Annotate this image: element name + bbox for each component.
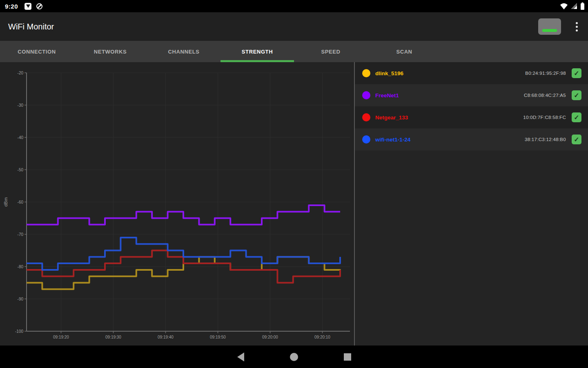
network-ssid: Netgear_133	[375, 114, 408, 121]
network-list: dlink_5196 B0:24:91:95:2F:98 ✓ FreeNet1 …	[355, 62, 588, 346]
network-checkbox[interactable]: ✓	[572, 90, 581, 100]
network-color-dot	[362, 135, 370, 144]
svg-text:-70: -70	[18, 232, 24, 237]
network-row[interactable]: wifi-net1-1-24 38:17:C3:12:48:B0 ✓	[355, 128, 588, 150]
svg-text:-20: -20	[18, 71, 24, 75]
network-mac: B0:24:91:95:2F:98	[525, 71, 566, 76]
tab-strength[interactable]: STRENGTH	[220, 41, 294, 62]
svg-text:09:20:10: 09:20:10	[314, 335, 330, 339]
svg-text:-100: -100	[15, 329, 23, 334]
back-icon[interactable]	[237, 352, 244, 361]
network-color-dot	[362, 91, 370, 99]
tab-connection[interactable]: CONNECTION	[0, 41, 74, 62]
recents-icon[interactable]	[344, 353, 351, 361]
svg-text:09:19:50: 09:19:50	[210, 335, 226, 339]
tab-scan[interactable]: SCAN	[368, 41, 441, 62]
svg-text:09:19:30: 09:19:30	[105, 335, 121, 339]
data-saver-icon	[36, 3, 42, 9]
cell-signal-icon	[570, 2, 578, 10]
network-mac: 10:0D:7F:C8:58:FC	[523, 115, 566, 120]
overflow-menu-icon[interactable]	[572, 20, 581, 34]
network-color-dot	[362, 69, 370, 77]
status-time: 9:20	[5, 3, 18, 10]
android-nav-bar	[0, 346, 588, 368]
svg-text:-90: -90	[18, 297, 24, 301]
svg-text:09:20:00: 09:20:00	[262, 335, 278, 339]
tab-speed[interactable]: SPEED	[294, 41, 368, 62]
tab-bar: CONNECTION NETWORKS CHANNELS STRENGTH SP…	[0, 41, 588, 62]
strength-page: -20-30-40-50-60-70-80-90-10009:19:2009:1…	[0, 62, 588, 346]
svg-text:-40: -40	[18, 135, 24, 140]
svg-text:09:19:40: 09:19:40	[158, 335, 174, 339]
chart-toggle-green-bar	[542, 29, 557, 32]
status-bar: 9:20	[0, 0, 588, 12]
app-bar: WiFi Monitor	[0, 12, 588, 41]
network-checkbox[interactable]: ✓	[572, 68, 581, 78]
svg-text:-60: -60	[18, 200, 24, 204]
svg-text:-50: -50	[18, 168, 24, 172]
battery-icon	[580, 2, 585, 10]
network-row[interactable]: dlink_5196 B0:24:91:95:2F:98 ✓	[355, 62, 588, 84]
chart-toggle-button[interactable]	[538, 18, 561, 35]
network-checkbox[interactable]: ✓	[572, 135, 581, 144]
wifi-icon	[560, 2, 568, 10]
network-ssid: dlink_5196	[375, 70, 403, 76]
chart-panel: -20-30-40-50-60-70-80-90-10009:19:2009:1…	[0, 62, 354, 346]
network-checkbox[interactable]: ✓	[572, 112, 581, 122]
adblock-icon	[24, 3, 31, 10]
svg-text:09:19:20: 09:19:20	[53, 335, 69, 339]
tab-networks[interactable]: NETWORKS	[74, 41, 147, 62]
network-row[interactable]: Netgear_133 10:0D:7F:C8:58:FC ✓	[355, 106, 588, 128]
network-ssid: wifi-net1-1-24	[375, 137, 410, 143]
network-color-dot	[362, 113, 370, 121]
home-icon[interactable]	[290, 353, 298, 361]
strength-chart: -20-30-40-50-60-70-80-90-10009:19:2009:1…	[0, 62, 354, 346]
svg-text:-80: -80	[18, 265, 24, 269]
network-mac: C8:68:08:4C:27:A5	[524, 93, 566, 98]
svg-text:dBm: dBm	[3, 197, 8, 207]
tab-channels[interactable]: CHANNELS	[147, 41, 220, 62]
app-title: WiFi Monitor	[8, 22, 54, 31]
network-ssid: FreeNet1	[375, 92, 399, 99]
svg-text:-30: -30	[18, 103, 24, 108]
network-mac: 38:17:C3:12:48:B0	[525, 137, 566, 142]
network-row[interactable]: FreeNet1 C8:68:08:4C:27:A5 ✓	[355, 84, 588, 106]
